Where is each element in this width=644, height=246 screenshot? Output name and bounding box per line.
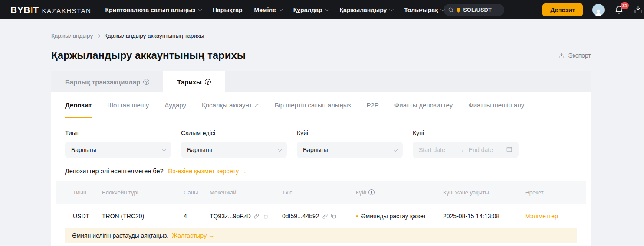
subtab-deposit[interactable]: Депозит	[65, 92, 92, 118]
logo-region-label: KAZAKHSTAN	[42, 7, 92, 14]
status-select[interactable]: Барлығы	[297, 142, 403, 158]
chevron-down-icon	[278, 147, 282, 152]
chevron-down-icon	[162, 147, 166, 152]
status-select-value: Барлығы	[303, 146, 328, 153]
status-info-icon[interactable]: !	[368, 189, 375, 195]
method-select-value: Барлығы	[187, 146, 212, 153]
tab-label: Барлық транзакциялар	[65, 78, 140, 86]
cell-coin: USDT	[73, 213, 102, 220]
header-amount: Саны	[184, 189, 210, 196]
subtab-p2p[interactable]: P2P	[366, 92, 378, 118]
subtab-subaccount[interactable]: Қосалқы аккаунт↗	[202, 92, 259, 118]
main-menu: Криптовалюта сатып алыңыз Нарықтар Мәміл…	[105, 6, 444, 13]
date-filter-label: Күні	[413, 129, 519, 136]
menu-item-tools[interactable]: Құралдар	[293, 6, 328, 13]
subtab-label: Фиатты шешіп алу	[468, 101, 524, 109]
header-status: Күйі	[356, 189, 366, 196]
info-icon[interactable]: ?	[205, 79, 211, 85]
cell-status: Әмиянды растау қажет	[361, 213, 426, 220]
coin-select-value: Барлығы	[71, 146, 96, 153]
menu-item-buy-crypto[interactable]: Криптовалюта сатып алыңыз	[105, 6, 201, 13]
top-navbar: BYBIT KAZAKHSTAN Криптовалюта сатып алың…	[0, 0, 644, 19]
subtab-label: Шоттан шешу	[107, 101, 149, 109]
wallet-verify-banner: Әмиян иелігін растауды аяқтаңыз. Жалғаст…	[65, 228, 577, 243]
tab-label: Тарихы	[177, 78, 202, 86]
subtab-label: Депозит	[65, 101, 92, 109]
menu-label: Нарықтар	[213, 6, 243, 13]
table-header-row: Тиын Блокчейн түрі Саны Мекенжай Txid Кү…	[56, 181, 586, 204]
search-input[interactable]: SOL/USDT	[444, 4, 504, 16]
cell-txid: 0df59...44b92	[282, 213, 319, 220]
subtab-one-click-buy[interactable]: Бір шертіп сатып алыңыз	[275, 92, 351, 118]
info-icon[interactable]: ?	[143, 79, 149, 85]
downloads-button[interactable]	[634, 5, 643, 14]
bybit-logo[interactable]: BYBIT KAZAKHSTAN	[10, 5, 91, 15]
search-value: SOL/USDT	[463, 6, 492, 13]
cell-address: TQ93z...9pFzD	[210, 213, 251, 220]
logo-text: BYB	[10, 5, 30, 15]
subtab-fiat-withdraw[interactable]: Фиатты шешіп алу	[468, 92, 524, 118]
menu-label: Толығырақ	[404, 6, 438, 13]
menu-item-more[interactable]: Толығырақ	[404, 6, 444, 13]
cell-chain: TRON (TRC20)	[102, 213, 184, 220]
status-dot-icon	[356, 215, 358, 217]
coin-filter-label: Тиын	[65, 129, 171, 136]
menu-item-trade[interactable]: Мәміле	[254, 6, 282, 13]
table-row: USDT TRON (TRC20) 4 TQ93z...9pFzD 0df59.…	[56, 204, 586, 228]
flame-icon	[456, 7, 461, 13]
subtab-fiat-deposit[interactable]: Фиатты депозиттеу	[394, 92, 453, 118]
coin-select[interactable]: Барлығы	[65, 142, 171, 158]
breadcrumb-parent[interactable]: Қаржыландыру	[51, 32, 93, 39]
logo-text-t: T	[33, 5, 39, 15]
deposit-button[interactable]: Депозит	[542, 3, 583, 16]
tab-history[interactable]: Тарихы ?	[163, 71, 225, 92]
chevron-down-icon	[389, 7, 394, 11]
page: Қаржыландыру Қаржыландыру аккаунтының та…	[0, 19, 644, 246]
banner-text: Әмиян иелігін растауды аяқтаңыз.	[72, 232, 168, 239]
navbar-right: SOL/USDT Депозит 31	[444, 3, 644, 16]
breadcrumb: Қаржыландыру Қаржыландыру аккаунтының та…	[51, 19, 591, 39]
subtab-withdraw[interactable]: Шоттан шешу	[107, 92, 149, 118]
menu-item-markets[interactable]: Нарықтар	[213, 6, 243, 13]
subtab-label: P2P	[366, 101, 378, 109]
avatar[interactable]	[592, 4, 605, 16]
menu-item-finance[interactable]: Қаржыландыру	[340, 6, 393, 13]
end-date-placeholder: End date	[469, 146, 502, 153]
menu-label: Құралдар	[293, 6, 322, 13]
subtab-label: Фиатты депозиттеу	[394, 101, 453, 109]
date-range-picker[interactable]: Start date → End date	[413, 142, 519, 158]
content-card: Депозит Шоттан шешу Аудару Қосалқы аккау…	[51, 92, 591, 246]
tab-all-transactions[interactable]: Барлық транзакциялар ?	[51, 71, 163, 92]
notification-badge: 31	[621, 2, 629, 9]
user-icon	[594, 8, 603, 16]
notifications-button[interactable]: 31	[614, 5, 624, 14]
chevron-down-icon	[279, 7, 283, 11]
helper-question: Депозиттер әлі есептелмеген бе?	[65, 168, 164, 175]
txid-copy-icon[interactable]	[331, 213, 337, 219]
status-filter-label: Күйі	[297, 129, 403, 136]
address-link-icon[interactable]	[253, 213, 260, 219]
continue-link[interactable]: Жалғастыру →	[172, 232, 214, 239]
breadcrumb-chevron-icon	[97, 34, 100, 37]
export-button[interactable]: Экспорт	[558, 52, 591, 59]
chevron-down-icon	[394, 147, 398, 152]
breadcrumb-current: Қаржыландыру аккаунтының тарихы	[104, 32, 204, 39]
method-select[interactable]: Барлығы	[181, 142, 287, 158]
menu-label: Мәміле	[254, 6, 276, 13]
address-copy-icon[interactable]	[262, 213, 268, 219]
menu-label: Криптовалюта сатып алыңыз	[105, 6, 195, 13]
subtab-transfer[interactable]: Аудару	[164, 92, 186, 118]
navbar-icons: 31	[592, 4, 644, 16]
header-chain: Блокчейн түрі	[102, 189, 184, 196]
calendar-icon	[506, 146, 513, 154]
chevron-down-icon	[198, 7, 202, 11]
self-service-link[interactable]: Өз-өзіне қызмет көрсету →	[168, 168, 247, 175]
details-link[interactable]: Мәліметтер	[525, 213, 586, 220]
page-title: Қаржыландыру аккаунтының тарихы	[51, 49, 246, 62]
txid-link-icon[interactable]	[322, 213, 328, 219]
tab-strip: Барлық транзакциялар ? Тарихы ?	[51, 71, 591, 92]
method-filter-label: Салым әдісі	[181, 129, 287, 136]
cell-amount: 4	[184, 213, 210, 220]
header-datetime: Күні және уақыты	[443, 189, 525, 196]
export-label: Экспорт	[568, 52, 591, 59]
